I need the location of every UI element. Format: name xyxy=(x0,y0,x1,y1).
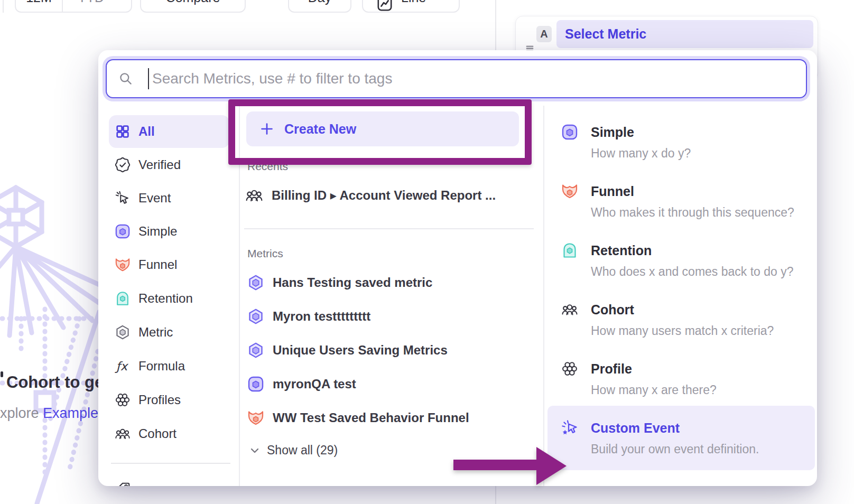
simple-metric-icon xyxy=(247,376,264,393)
select-metric-modal: All Verified Event Simple Funnel Retenti… xyxy=(98,50,817,486)
verified-badge-icon xyxy=(115,157,131,173)
metric-item-label: Hans Testing saved metric xyxy=(273,275,432,290)
select-metric-chip[interactable]: Select Metric xyxy=(556,20,813,48)
funnel-icon xyxy=(247,409,264,426)
date-range-button-group[interactable]: 12M YTD xyxy=(15,0,132,13)
type-profile-desc: How many x are there? xyxy=(591,382,717,398)
type-profile-title[interactable]: Profile xyxy=(591,360,632,378)
sidebar-item-verified[interactable]: Verified xyxy=(109,148,229,181)
tag-icon xyxy=(115,481,131,486)
empty-state-explore-line: xplore Example xyxy=(0,405,98,422)
type-retention-title[interactable]: Retention xyxy=(591,241,652,259)
chevron-down-icon xyxy=(249,445,260,456)
chevron-down-icon xyxy=(108,0,116,2)
custom-event-icon xyxy=(561,419,578,436)
series-letter-badge: A xyxy=(536,26,552,42)
metric-list-item[interactable]: WW Test Saved Behavior Funnel xyxy=(247,409,469,426)
explore-prefix-text: xplore xyxy=(0,405,43,421)
metric-item-label: myronQA test xyxy=(273,377,356,391)
retention-icon xyxy=(561,242,578,259)
granularity-day-button[interactable]: Day xyxy=(288,0,351,13)
metric-list-item[interactable]: Unique Users Saving Metrics xyxy=(247,342,448,359)
chart-type-line-button[interactable]: Line xyxy=(362,0,460,13)
funnel-icon xyxy=(561,183,578,200)
funnel-icon xyxy=(115,257,131,273)
sidebar-item-label: Cohort xyxy=(138,426,177,441)
search-input[interactable] xyxy=(106,59,807,98)
background-illustration xyxy=(0,177,100,504)
saved-metric-hexagon-icon xyxy=(247,274,264,291)
sidebar-item-cohort[interactable]: Cohort xyxy=(109,417,229,450)
sidebar-item-label: Metric xyxy=(138,325,173,340)
series-letter: A xyxy=(540,28,547,40)
type-cohort-desc: How many users match x criteria? xyxy=(591,323,774,339)
sidebar-item-profiles[interactable]: Profiles xyxy=(109,384,229,416)
clipped-letter-fragment xyxy=(1,371,3,377)
create-new-button[interactable]: Create New xyxy=(246,111,519,146)
show-all-label: Show all (29) xyxy=(267,443,338,458)
sidebar-item-label: All xyxy=(138,124,155,139)
day-label: Day xyxy=(308,0,331,5)
sidebar-item-formula[interactable]: Formula xyxy=(109,350,229,382)
sidebar-item-label: Retention xyxy=(138,291,193,306)
formula-icon xyxy=(115,358,131,374)
type-custom-event-desc: Build your own event definition. xyxy=(591,441,759,457)
sidebar-item-label: Event xyxy=(138,191,171,206)
compare-button[interactable]: Compare xyxy=(140,0,246,13)
sidebar-item-metric[interactable]: Metric xyxy=(109,316,229,349)
profiles-icon xyxy=(115,392,131,408)
range-ytd-label: YTD xyxy=(78,0,104,5)
metric-list-item[interactable]: myronQA test xyxy=(247,376,356,393)
profiles-icon xyxy=(561,360,578,377)
type-custom-event-title[interactable]: Custom Event xyxy=(591,419,680,437)
cohort-icon xyxy=(561,301,578,318)
simple-metric-icon xyxy=(115,223,131,239)
sidebar-item-label: Profiles xyxy=(138,393,181,407)
sidebar-item-partial[interactable] xyxy=(109,473,229,486)
range-12m-button[interactable]: 12M xyxy=(16,0,62,12)
type-funnel-desc: Who makes it through this sequence? xyxy=(591,204,794,220)
types-panel-divider xyxy=(543,106,544,486)
search-icon xyxy=(118,71,133,86)
sidebar-item-all[interactable]: All xyxy=(109,115,229,148)
select-metric-label: Select Metric xyxy=(565,26,646,42)
range-ytd-button[interactable]: YTD xyxy=(63,0,131,12)
type-simple-desc: How many x do y? xyxy=(591,145,691,161)
sidebar-section-divider xyxy=(111,463,230,464)
range-12m-label: 12M xyxy=(26,0,52,5)
metric-item-label: WW Test Saved Behavior Funnel xyxy=(273,410,469,425)
type-simple-title[interactable]: Simple xyxy=(591,123,634,141)
type-funnel-title[interactable]: Funnel xyxy=(591,182,634,200)
sidebar-item-label: Formula xyxy=(138,359,185,374)
type-cohort-title[interactable]: Cohort xyxy=(591,301,634,319)
retention-icon xyxy=(115,291,131,306)
simple-metric-icon xyxy=(561,124,578,141)
sidebar-item-funnel[interactable]: Funnel xyxy=(109,248,229,281)
sidebar-item-retention[interactable]: Retention xyxy=(109,282,229,315)
plus-icon xyxy=(259,122,274,136)
cohort-icon xyxy=(115,426,131,442)
metric-list-item[interactable]: Hans Testing saved metric xyxy=(247,274,432,291)
sidebar-item-label: Verified xyxy=(138,157,181,172)
grid-icon xyxy=(115,124,131,139)
recents-metrics-divider xyxy=(244,228,534,229)
metric-search xyxy=(106,59,807,98)
compare-label: Compare xyxy=(166,0,220,5)
recent-item-billing[interactable]: Billing ID ▸ Account Viewed Report ... xyxy=(245,186,496,204)
line-chart-icon xyxy=(377,0,393,12)
line-label: Line xyxy=(401,0,426,5)
metric-item-label: Unique Users Saving Metrics xyxy=(273,343,448,358)
metric-list-item[interactable]: Myron testtttttttt xyxy=(247,308,370,325)
event-cursor-icon xyxy=(115,190,131,206)
sidebar-item-label: Simple xyxy=(138,224,177,239)
metrics-section-label: Metrics xyxy=(247,247,283,260)
sidebar-item-simple[interactable]: Simple xyxy=(109,215,229,248)
sidebar-item-label: Funnel xyxy=(138,257,177,272)
sidebar-item-event[interactable]: Event xyxy=(109,182,229,214)
example-link[interactable]: Example xyxy=(43,405,98,421)
saved-metric-hexagon-icon xyxy=(247,342,264,359)
empty-state-headline-fragment: Cohort to ge xyxy=(6,373,104,392)
create-new-label: Create New xyxy=(284,122,356,137)
show-all-toggle[interactable]: Show all (29) xyxy=(249,443,338,458)
recent-item-label: Billing ID ▸ Account Viewed Report ... xyxy=(272,188,496,203)
